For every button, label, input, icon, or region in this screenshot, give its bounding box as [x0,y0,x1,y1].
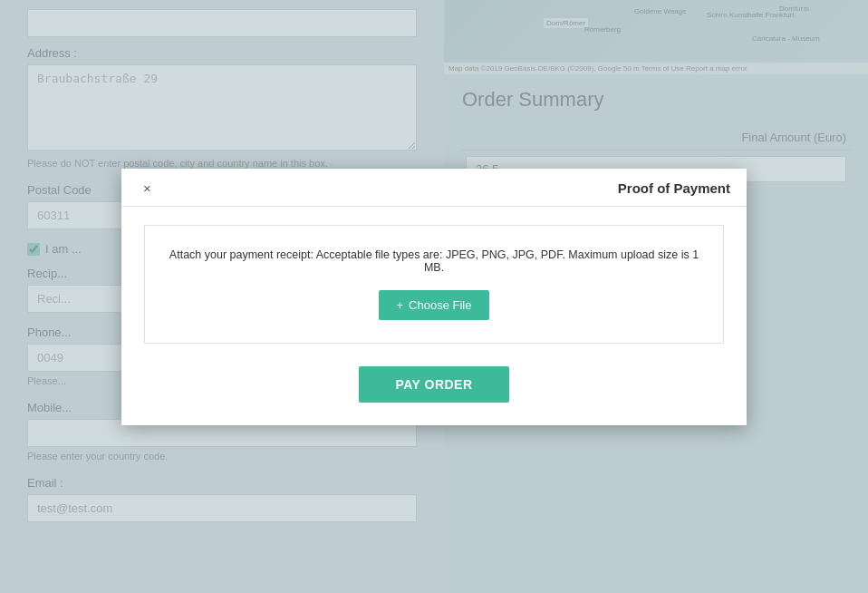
modal-header: × Proof of Payment [121,169,747,207]
choose-file-label: Choose File [409,298,471,312]
page-layout: Address : Braubachstraße 29 Please do NO… [0,0,868,593]
choose-file-button[interactable]: + Choose File [379,290,490,320]
proof-of-payment-modal: × Proof of Payment Attach your payment r… [121,169,747,425]
modal-title: Proof of Payment [618,180,730,196]
modal-body: Attach your payment receipt: Acceptable … [121,207,747,425]
modal-close-button[interactable]: × [138,180,157,197]
upload-description: Attach your payment receipt: Acceptable … [163,248,705,274]
pay-order-button[interactable]: PAY ORDER [359,366,508,403]
choose-file-plus-icon: + [397,298,404,312]
upload-area: Attach your payment receipt: Acceptable … [144,225,724,344]
modal-overlay: × Proof of Payment Attach your payment r… [0,0,868,593]
